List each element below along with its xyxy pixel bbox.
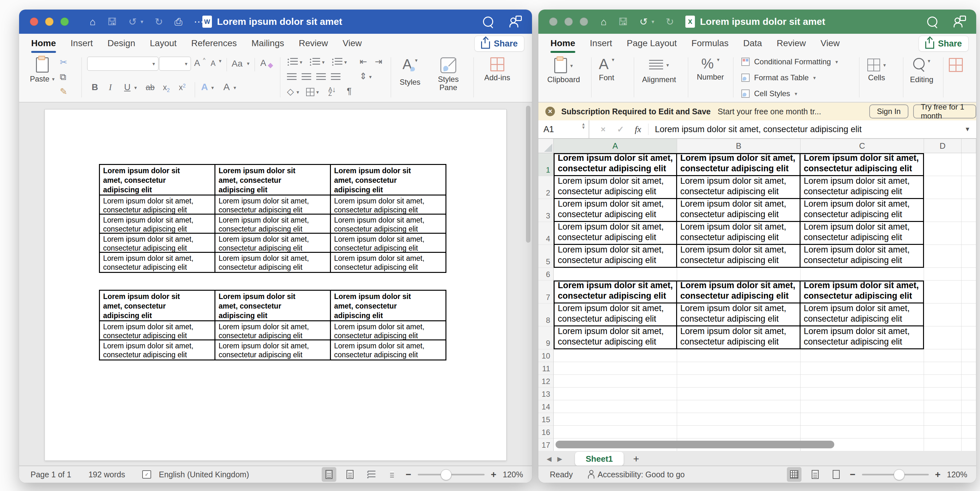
cell-B3[interactable]: Lorem ipsum dolor sit amet,consectetur a… — [677, 199, 800, 222]
cell-D16[interactable] — [924, 426, 961, 438]
word-table-cell[interactable]: Lorem ipsum dolor sit amet,consectetur a… — [215, 340, 331, 359]
font-group-button[interactable]: A▾ Font — [599, 57, 614, 82]
cell-D10[interactable] — [924, 349, 961, 362]
cell-B4[interactable]: Lorem ipsum dolor sit amet,consectetur a… — [677, 222, 800, 245]
cell-D15[interactable] — [924, 413, 961, 426]
draft-view-button[interactable] — [385, 467, 399, 482]
borders-icon[interactable] — [306, 88, 314, 96]
word-table-cell[interactable]: Lorem ipsum dolor sit amet,consectetur a… — [215, 234, 331, 253]
cell-A5[interactable]: Lorem ipsum dolor sit amet,consectetur a… — [554, 245, 677, 268]
word-table-cell[interactable]: Lorem ipsum dolor sit amet,consectetur a… — [215, 215, 331, 234]
cell-B11[interactable] — [677, 362, 800, 375]
increase-indent-icon[interactable]: ⇥ — [375, 57, 382, 66]
undo-chevron-icon[interactable]: ▾ — [141, 19, 143, 24]
cell-A12[interactable] — [554, 375, 677, 387]
cell-B2[interactable]: Lorem ipsum dolor sit amet,consectetur a… — [677, 176, 800, 199]
cell-partial12[interactable] — [961, 375, 976, 387]
account-feedback-icon[interactable] — [954, 17, 964, 26]
word-table-cell[interactable]: Lorem ipsum dolor sit amet,consectetur a… — [100, 215, 215, 234]
save-icon[interactable]: 🖫 — [107, 17, 117, 27]
row-header-15[interactable]: 15 — [538, 413, 554, 426]
number-group-button[interactable]: %▾ Number — [697, 57, 724, 81]
cell-partial16[interactable] — [961, 426, 976, 438]
word-table-cell[interactable]: Lorem ipsum dolor sitamet, consecteturad… — [215, 291, 331, 321]
zoom-level[interactable]: 120% — [947, 470, 967, 479]
cell-B14[interactable] — [677, 400, 800, 413]
paste-button[interactable]: Paste ▾ — [30, 57, 54, 83]
cell-D13[interactable] — [924, 387, 961, 400]
word-table-cell[interactable]: Lorem ipsum dolor sit amet,consectetur a… — [331, 340, 445, 359]
cell-D11[interactable] — [924, 362, 961, 375]
alignment-group-button[interactable]: ▾ Alignment — [642, 60, 676, 84]
row-header-11[interactable]: 11 — [538, 362, 554, 375]
row-header-7[interactable]: 7 — [538, 281, 554, 303]
name-box-stepper[interactable]: ▲▼ — [581, 122, 585, 129]
tab-layout[interactable]: Layout — [150, 34, 177, 53]
select-all-corner[interactable] — [538, 139, 554, 153]
cell-partial7[interactable] — [961, 281, 976, 303]
language-status[interactable]: English (United Kingdom) — [159, 470, 249, 479]
cell-A16[interactable] — [554, 426, 677, 438]
cell-D4[interactable] — [924, 222, 961, 245]
accessibility-status[interactable]: Accessibility: Good to go — [598, 470, 685, 479]
cancel-entry-icon[interactable]: × — [601, 124, 606, 134]
tab-design[interactable]: Design — [108, 34, 135, 53]
cell-partial17[interactable] — [961, 438, 976, 451]
align-right-icon[interactable] — [316, 73, 326, 81]
redo-icon[interactable]: ↻ — [666, 17, 674, 27]
tab-review[interactable]: Review — [299, 34, 328, 53]
try-free-button[interactable]: Try free for 1 month — [913, 104, 976, 118]
cell-partial6[interactable] — [961, 268, 976, 281]
zoom-slider[interactable] — [862, 474, 929, 475]
zoom-slider[interactable] — [418, 474, 485, 475]
row-header-13[interactable]: 13 — [538, 387, 554, 400]
cell-D8[interactable] — [924, 303, 961, 326]
tab-insert[interactable]: Insert — [71, 34, 93, 53]
cell-C13[interactable] — [800, 387, 924, 400]
insert-function-icon[interactable]: fx — [635, 124, 641, 134]
row-header-6[interactable]: 6 — [538, 268, 554, 281]
tab-view[interactable]: View — [821, 34, 840, 53]
cell-A3[interactable]: Lorem ipsum dolor sit amet,consectetur a… — [554, 199, 677, 222]
tab-references[interactable]: References — [191, 34, 237, 53]
shrink-font-icon[interactable]: A — [211, 60, 215, 67]
row-header-5[interactable]: 5 — [538, 245, 554, 268]
cell-B1[interactable]: Lorem ipsum dolor sit amet,consectetur a… — [677, 153, 800, 176]
cell-A2[interactable]: Lorem ipsum dolor sit amet,consectetur a… — [554, 176, 677, 199]
undo-icon[interactable]: ↺ — [129, 17, 137, 27]
word-table-cell[interactable]: Lorem ipsum dolor sitamet, consecteturad… — [331, 291, 445, 321]
web-layout-view-button[interactable] — [343, 467, 357, 482]
confirm-entry-icon[interactable]: ✓ — [617, 124, 624, 134]
cell-C12[interactable] — [800, 375, 924, 387]
close-window-button[interactable] — [30, 18, 38, 26]
column-header-C[interactable]: C — [800, 139, 924, 153]
tab-review[interactable]: Review — [777, 34, 806, 53]
font-size-combo[interactable]: ▾ — [159, 57, 191, 71]
tab-view[interactable]: View — [343, 34, 362, 53]
change-case-icon[interactable]: Aa — [232, 59, 242, 68]
word-table-cell[interactable]: Lorem ipsum dolor sit amet,consectetur a… — [100, 196, 215, 215]
paragraph-marks-icon[interactable]: ¶ — [347, 87, 352, 96]
row-header-17[interactable]: 17 — [538, 438, 554, 451]
share-button[interactable]: Share — [474, 36, 524, 52]
row-header-10[interactable]: 10 — [538, 349, 554, 362]
text-effects-icon[interactable]: A — [201, 82, 208, 92]
name-box[interactable]: A1 ▲▼ — [538, 120, 589, 138]
cell-B16[interactable] — [677, 426, 800, 438]
cell-C15[interactable] — [800, 413, 924, 426]
clipboard-group-button[interactable]: ▾ Clipboard — [547, 58, 580, 84]
undo-chevron-icon[interactable]: ▾ — [652, 19, 654, 24]
cell-A9[interactable]: Lorem ipsum dolor sit amet,consectetur a… — [554, 326, 677, 349]
tab-data[interactable]: Data — [743, 34, 762, 53]
account-feedback-icon[interactable] — [510, 17, 519, 26]
sheet-tab-sheet1[interactable]: Sheet1 — [575, 452, 624, 466]
word-table-cell[interactable]: Lorem ipsum dolor sit amet,consectetur a… — [331, 215, 445, 234]
cell-D9[interactable] — [924, 326, 961, 349]
word-page[interactable]: Lorem ipsum dolor sitamet, consecteturad… — [45, 109, 506, 461]
clear-formatting-icon[interactable]: A — [260, 59, 266, 67]
word-table-cell[interactable]: Lorem ipsum dolor sit amet,consectetur a… — [331, 196, 445, 215]
cell-B8[interactable]: Lorem ipsum dolor sit amet,consectetur a… — [677, 303, 800, 326]
home-icon[interactable]: ⌂ — [601, 17, 607, 27]
column-header-partial[interactable] — [961, 139, 976, 153]
save-icon[interactable]: 🖫 — [618, 17, 628, 27]
